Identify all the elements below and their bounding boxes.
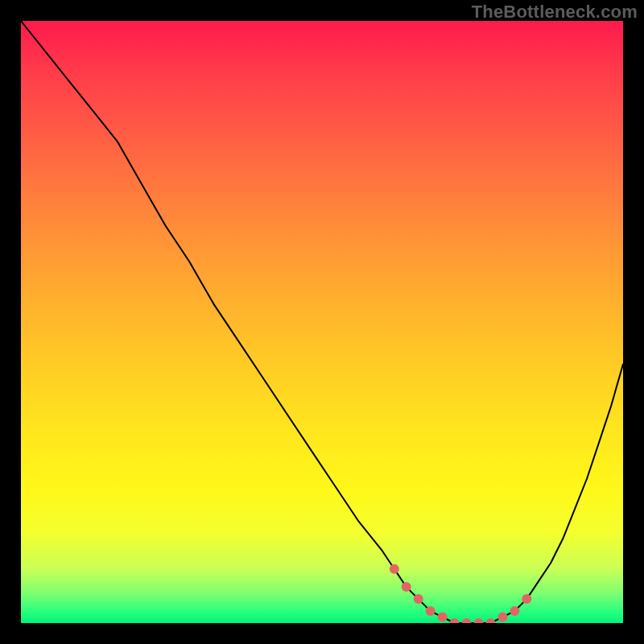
marker-point	[474, 618, 484, 623]
marker-point	[497, 613, 507, 622]
marker-point	[522, 594, 531, 604]
marker-point	[414, 594, 423, 604]
marker-point	[510, 606, 519, 616]
marker-point	[426, 606, 436, 616]
marker-point	[450, 618, 460, 623]
marker-point	[485, 618, 495, 623]
highlighted-minimum-markers	[390, 564, 532, 623]
watermark-label: TheBottleneck.com	[472, 2, 638, 23]
chart-overlay	[21, 21, 623, 623]
marker-point	[402, 582, 411, 592]
marker-point	[438, 613, 448, 622]
marker-point	[390, 564, 399, 574]
chart-frame: TheBottleneck.com	[0, 0, 644, 644]
marker-point	[462, 618, 472, 623]
bottleneck-curve	[21, 21, 623, 623]
